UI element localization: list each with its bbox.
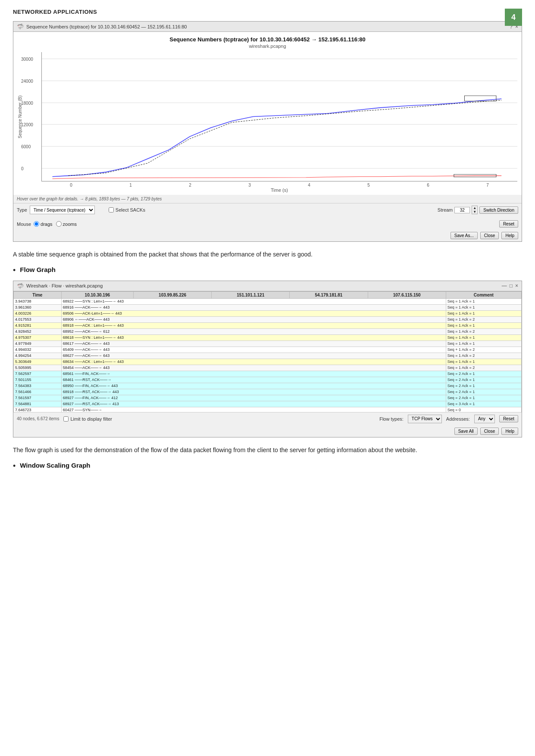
cell-c1: 68927 ——FIN, ACK——→ 412 — [61, 395, 446, 401]
cell-time: 7.564881 — [14, 401, 62, 407]
switch-direction-button[interactable]: Switch Direction — [479, 206, 518, 214]
stream-label: Stream — [438, 207, 453, 212]
cell-c1: 68461 ——RST, ACK——→ — [61, 377, 446, 383]
flow-reset-button[interactable]: Reset — [499, 415, 518, 422]
cell-comment: Seq = 1 Ack = 1 — [446, 304, 521, 310]
flow-types-label: Flow types: — [379, 416, 404, 422]
table-row: 5.505995 58454 ——ACK——→ 443 Seq = 1 Ack … — [14, 365, 522, 371]
cell-time: 4.003226 — [14, 310, 62, 316]
flow-graph-bullet: • Flow Graph — [13, 266, 522, 275]
col-comment: Comment — [446, 291, 521, 298]
y-label-0: 0 — [21, 166, 24, 171]
flow-help-button[interactable]: Help — [501, 428, 518, 435]
type-label: Type — [17, 207, 27, 212]
cell-comment: Seq = 1 Ack = 1 — [446, 334, 521, 341]
stream-spinner[interactable]: ▲ ▼ — [472, 206, 478, 214]
flow-close-icon[interactable]: × — [515, 283, 518, 289]
table-row: 4.994254 68627 ——ACK——→ 643 Seq = 1 Ack … — [14, 353, 522, 359]
ack-line — [68, 100, 501, 175]
flow-wireshark-icon: 🦈 — [17, 283, 24, 289]
cell-comment: Seq = 2 Ack = 1 — [446, 377, 521, 383]
drags-radio[interactable] — [34, 221, 39, 227]
cell-comment: Seq = 1 Ack = 2 — [446, 328, 521, 334]
x-tick-6: 6 — [398, 183, 458, 187]
cell-c1: 68950 ——FIN, ACK——→ 443 — [61, 383, 446, 389]
reverse-seq-line — [53, 176, 502, 179]
stream-input[interactable] — [454, 207, 470, 213]
graph-inner[interactable]: 30000 24000 18000 12000 6000 0 — [41, 52, 517, 181]
paragraph-1: A stable time sequence graph is obtained… — [13, 250, 522, 259]
flow-maximize-icon[interactable]: □ — [510, 283, 513, 289]
cell-c1: 65409 ——ACK——→ 443 — [61, 347, 446, 353]
section-title: NETWORKED APPLICATIONS — [13, 9, 522, 15]
table-row: 7.564383 68950 ——FIN, ACK——→ 443 Seq = 2… — [14, 383, 522, 389]
type-select[interactable]: Time / Sequence (tcptrace) — [30, 206, 95, 214]
flow-table: Time 10.10.30.196 103.99.85.226 151.101.… — [13, 291, 522, 412]
col-time: Time — [14, 291, 62, 298]
x-axis-labels: 0 1 2 3 4 5 6 7 — [41, 181, 517, 187]
cell-time: 3.943738 — [14, 298, 62, 304]
cell-c1: 68922 ——SYN : Len=1——→ 443 — [61, 298, 446, 304]
cell-time: 4.928452 — [14, 328, 62, 334]
cell-c1: 68952 ——ACK——→ 612 — [61, 328, 446, 334]
cell-c1: 68561 ——FIN, ACK——→ — [61, 371, 446, 377]
addresses-select[interactable]: Any — [474, 415, 495, 423]
table-row: 7.561466 68918 ——RST, ACK——→ 443 Seq = 2… — [14, 389, 522, 395]
y-label-24000: 24000 — [21, 78, 33, 83]
select-sacks-group: Select SACKs — [109, 207, 145, 212]
x-tick-2: 2 — [160, 183, 220, 187]
table-row: 4.017553 68906 ←——ACK—— 443 Seq = 1 Ack … — [14, 316, 522, 322]
cell-c1: 68927 ——RST, ACK——→ 413 — [61, 401, 446, 407]
radio-group: drags zooms — [34, 221, 77, 227]
window-scaling-bullet: • Window Scaling Graph — [13, 462, 522, 471]
cell-c1: 68617 ——ACK——→ 443 — [61, 341, 446, 347]
cell-time: 7.646723 — [14, 407, 62, 412]
select-sacks-checkbox[interactable] — [109, 207, 114, 212]
seq-close-button[interactable]: Close — [480, 232, 499, 239]
col-src: 10.10.30.196 — [61, 291, 133, 298]
flow-table-scroll[interactable]: Time 10.10.30.196 103.99.85.226 151.101.… — [13, 291, 522, 412]
cell-time: 5.303649 — [14, 359, 62, 365]
flow-close-button[interactable]: Close — [480, 428, 499, 435]
col-h3: 54.179.181.81 — [290, 291, 368, 298]
flow-type-select[interactable]: TCP Flows — [408, 415, 442, 423]
limit-filter-checkbox[interactable] — [63, 416, 69, 422]
cell-c1: 68918 ——ACK : Len=1——→ 443 — [61, 322, 446, 328]
zooms-radio[interactable] — [56, 221, 62, 227]
cell-time: 4.994032 — [14, 347, 62, 353]
cell-comment: Seq = 1 Ack = 2 — [446, 365, 521, 371]
table-row: 4.003226 69506 ——ACK-Len=1——→ 443 Seq = … — [14, 310, 522, 316]
seq-graph-subtitle: wireshark.pcapng — [18, 44, 517, 49]
paragraph-2: The flow graph is used for the demonstra… — [13, 445, 522, 455]
seq-titlebar: 🦈 Sequence Numbers (tcptrace) for 10.10.… — [13, 22, 522, 32]
cell-c1: 68634 ——ACK : Len=1——→ 443 — [61, 359, 446, 365]
cell-comment: Seq = 1 Ack = 2 — [446, 316, 521, 322]
window-scaling-title: Window Scaling Graph — [20, 462, 90, 469]
forward-seq-line — [53, 99, 502, 176]
flow-titlebar-controls: — □ × — [502, 283, 518, 289]
x-tick-3: 3 — [220, 183, 279, 187]
stream-ctrl: Stream ▲ ▼ Switch Direction — [438, 206, 518, 214]
cell-time: 4.975307 — [14, 334, 62, 341]
cell-comment: Seq = 1 Ack = 1 — [446, 341, 521, 347]
cell-c1: 68916 ——ACK——→ 443 — [61, 304, 446, 310]
control-row-2: Mouse drags zooms Reset — [17, 220, 518, 228]
y-label-12000: 12000 — [21, 122, 33, 127]
flow-save-all-button[interactable]: Save All — [454, 428, 478, 435]
cell-c1: 68918 ——RST, ACK——→ 443 — [61, 389, 446, 395]
cell-comment: Seq = 1 Ack = 1 — [446, 359, 521, 365]
addresses-label: Addresses: — [446, 416, 470, 422]
flow-minimize-icon[interactable]: — — [502, 283, 507, 289]
flow-titlebar: 🦈 Wireshark · Flow · wireshark.pcapng — … — [13, 281, 522, 291]
cell-comment: Seq = 0 — [446, 407, 521, 412]
reset-button[interactable]: Reset — [499, 220, 518, 228]
y-axis-label: Sequence Number (B) — [18, 52, 41, 181]
flow-table-header: Time 10.10.30.196 103.99.85.226 151.101.… — [14, 291, 522, 298]
save-as-button[interactable]: Save As... — [451, 232, 478, 239]
x-tick-7: 7 — [458, 183, 517, 187]
flow-window: 🦈 Wireshark · Flow · wireshark.pcapng — … — [13, 281, 522, 437]
cell-time: 4.915281 — [14, 322, 62, 328]
limit-filter-group: Limit to display filter — [63, 416, 112, 422]
cell-comment: Seq = 2 Ack = 1 — [446, 383, 521, 389]
seq-help-button[interactable]: Help — [501, 232, 518, 239]
